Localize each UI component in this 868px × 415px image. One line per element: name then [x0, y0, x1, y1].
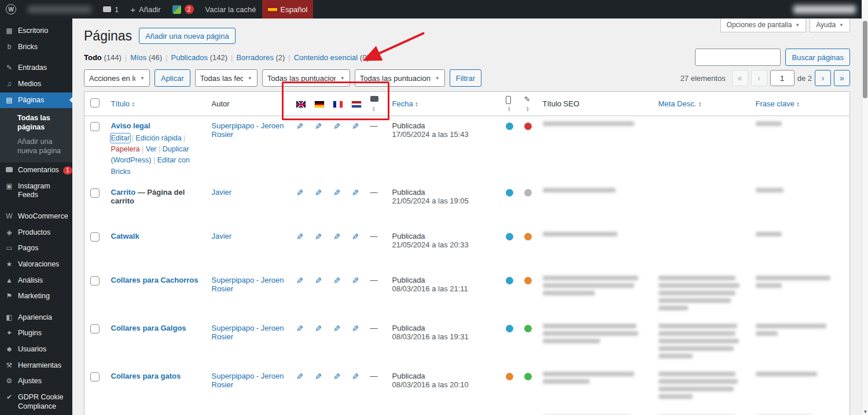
edit-translation-pencil-icon[interactable]: ✎	[333, 372, 341, 382]
sidebar-item-escritorio[interactable]: ▦Escritorio	[0, 23, 72, 39]
edit-translation-pencil-icon[interactable]: ✎	[315, 232, 322, 242]
sidebar-subitem-todas-las-paginas[interactable]: Todas las páginas	[0, 111, 72, 135]
row-select-checkbox[interactable]	[90, 188, 100, 198]
column-mobile[interactable]: ▲▼	[500, 92, 518, 116]
edit-translation-pencil-icon[interactable]: ✎	[296, 232, 304, 242]
edit-translation-pencil-icon[interactable]: ✎	[333, 324, 341, 334]
edit-translation-pencil-icon[interactable]: ✎	[352, 188, 359, 198]
sidebar-item-entradas[interactable]: ✎Entradas	[0, 60, 72, 76]
edit-translation-pencil-icon[interactable]: ✎	[296, 372, 304, 382]
dates-filter-select[interactable]: Todas las fechas▼	[195, 69, 258, 87]
page-title-link[interactable]: Collares para Galgos	[111, 324, 186, 332]
scrollbar-thumb[interactable]	[863, 21, 867, 98]
page-title-link[interactable]: Collares para gatos	[111, 372, 181, 380]
sidebar-item-apariencia[interactable]: ◧Apariencia	[0, 310, 72, 326]
author-link[interactable]: Superpipapo - Jeroen Rosier	[212, 372, 284, 389]
view-todo[interactable]: Todo (144)	[84, 53, 122, 62]
edit-translation-pencil-icon[interactable]: ✎	[352, 372, 359, 382]
edit-translation-pencil-icon[interactable]: ✎	[296, 188, 304, 198]
wordpress-logo[interactable]: W	[0, 0, 22, 18]
last-page-button[interactable]: »	[834, 70, 850, 86]
sidebar-item-pagos[interactable]: ▭Pagos	[0, 240, 72, 257]
edit-translation-pencil-icon[interactable]: ✎	[352, 121, 359, 132]
sidebar-subitem-anadir-una-nueva-pagina[interactable]: Añadir una nueva página	[0, 135, 72, 158]
seo-scores-filter-select[interactable]: Todas las puntuaciones SEO▼	[262, 69, 350, 87]
row-select-checkbox[interactable]	[90, 372, 100, 381]
sidebar-item-usuarios[interactable]: ☻Usuarios	[0, 342, 72, 358]
next-page-button[interactable]: ›	[815, 70, 831, 86]
row-action-editar[interactable]: Editar	[111, 134, 130, 142]
author-link[interactable]: Superpipapo - Jeroen Rosier	[212, 324, 284, 341]
admin-bar-new[interactable]: + Añadir	[124, 0, 166, 18]
search-pages-button[interactable]: Buscar páginas	[785, 49, 850, 66]
sidebar-item-paginas[interactable]: ▤Páginas	[0, 92, 72, 109]
bulk-actions-select[interactable]: Acciones en lote▼	[84, 69, 150, 87]
edit-translation-pencil-icon[interactable]: ✎	[315, 372, 322, 382]
edit-translation-pencil-icon[interactable]: ✎	[352, 232, 359, 242]
page-title-link[interactable]: Catwalk	[111, 232, 139, 240]
admin-bar-wpml[interactable]: 2	[167, 0, 200, 18]
sidebar-item-bricks[interactable]: bBricks	[0, 39, 72, 55]
column-date[interactable]: Fecha▲▼	[387, 92, 500, 116]
edit-translation-pencil-icon[interactable]: ✎	[333, 121, 341, 132]
author-link[interactable]: Javier	[212, 232, 232, 240]
sidebar-item-herramientas[interactable]: ⚒Herramientas	[0, 358, 72, 374]
row-select-checkbox[interactable]	[90, 324, 100, 334]
view-publicados[interactable]: Publicados (142)	[171, 53, 227, 62]
edit-translation-pencil-icon[interactable]: ✎	[296, 324, 304, 334]
edit-translation-pencil-icon[interactable]: ✎	[315, 324, 322, 334]
row-action-ver[interactable]: Ver	[146, 145, 157, 153]
column-title[interactable]: Título▲▼	[105, 92, 206, 116]
author-link[interactable]: Javier	[212, 188, 232, 197]
sidebar-item-productos[interactable]: ◈Productos	[0, 225, 72, 241]
row-select-checkbox[interactable]	[90, 232, 100, 242]
edit-translation-pencil-icon[interactable]: ✎	[315, 121, 322, 132]
view-mios[interactable]: Míos (46)	[130, 53, 162, 62]
admin-bar-comments[interactable]: 1	[97, 0, 124, 18]
sidebar-item-analisis[interactable]: ▲Análisis	[0, 273, 72, 289]
edit-translation-pencil-icon[interactable]: ✎	[333, 276, 341, 286]
screen-options-button[interactable]: Opciones de pantalla▼	[720, 18, 807, 32]
sidebar-item-marketing[interactable]: ⚑Marketing	[0, 288, 72, 305]
edit-translation-pencil-icon[interactable]: ✎	[296, 121, 304, 132]
page-title-link[interactable]: Aviso legal	[111, 121, 150, 130]
sidebar-item-woocommerce[interactable]: WWooCommerce	[0, 209, 72, 225]
admin-bar-clear-cache[interactable]: Vaciar la caché	[200, 0, 262, 18]
row-action-papelera[interactable]: Papelera	[111, 145, 140, 153]
edit-translation-pencil-icon[interactable]: ✎	[296, 276, 304, 286]
row-action-edicion-rapida[interactable]: Edición rápida	[135, 134, 181, 142]
edit-translation-pencil-icon[interactable]: ✎	[352, 276, 359, 286]
sidebar-item-medios[interactable]: ♫Medios	[0, 76, 72, 92]
apply-button[interactable]: Aplicar	[155, 69, 190, 87]
edit-translation-pencil-icon[interactable]: ✎	[333, 232, 341, 242]
column-comments[interactable]: ▲▼	[365, 92, 387, 116]
column-readability[interactable]: ✎▲▼	[518, 92, 537, 116]
current-page-input[interactable]	[770, 70, 795, 86]
author-link[interactable]: Superpipapo - Jeroen Rosier	[212, 121, 284, 139]
admin-bar-account[interactable]	[788, 0, 862, 18]
column-meta-desc[interactable]: Meta Desc.▲▼	[653, 92, 750, 116]
help-button[interactable]: Ayuda▼	[810, 18, 850, 32]
edit-translation-pencil-icon[interactable]: ✎	[352, 324, 359, 334]
sidebar-item-instagram-feeds[interactable]: ▣Instagram Feeds	[0, 179, 72, 203]
sidebar-item-valoraciones[interactable]: ★Valoraciones	[0, 257, 72, 273]
site-name[interactable]	[22, 0, 97, 18]
readability-scores-filter-select[interactable]: Todas las puntuaciones de▼	[355, 69, 445, 87]
author-link[interactable]: Superpipapo - Jeroen Rosier	[212, 276, 284, 293]
scroll-down-arrow-icon[interactable]: ▼	[862, 409, 868, 414]
sidebar-item-comentarios[interactable]: Comentarios1	[0, 162, 72, 179]
select-all-checkbox[interactable]	[90, 98, 100, 108]
filter-button[interactable]: Filtrar	[450, 69, 481, 87]
page-title-link[interactable]: Collares para Cachorros	[111, 276, 198, 284]
search-input[interactable]	[695, 49, 781, 66]
edit-translation-pencil-icon[interactable]: ✎	[315, 276, 322, 286]
edit-translation-pencil-icon[interactable]: ✎	[315, 188, 322, 198]
page-title-link[interactable]: Carrito	[111, 188, 136, 197]
sidebar-item-plugins[interactable]: ✦Plugins	[0, 325, 72, 342]
sidebar-item-gdpr-cookie-compliance[interactable]: ✔GDPR Cookie Compliance	[0, 390, 72, 414]
column-keyphrase[interactable]: Frase clave▲▼	[750, 92, 850, 116]
row-select-checkbox[interactable]	[90, 122, 100, 131]
add-new-page-button[interactable]: Añadir una nueva página	[139, 28, 236, 44]
row-select-checkbox[interactable]	[90, 276, 100, 286]
edit-translation-pencil-icon[interactable]: ✎	[333, 188, 341, 198]
